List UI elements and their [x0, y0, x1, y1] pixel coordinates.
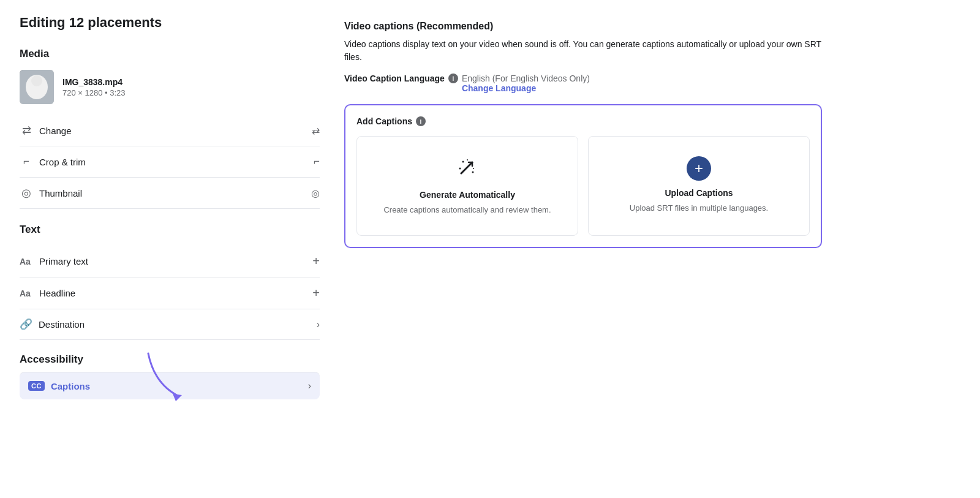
caption-lang-label: Video Caption Language [344, 74, 445, 83]
destination-link-icon: 🔗 [20, 318, 32, 331]
primary-text-add-button[interactable]: + [312, 254, 320, 268]
thumbnail-label: Thumbnail [39, 188, 82, 198]
media-row: IMG_3838.mp4 720 × 1280 • 3:23 [20, 70, 320, 104]
destination-label: Destination [39, 319, 85, 330]
text-section-title: Text [20, 224, 320, 236]
media-filename: IMG_3838.mp4 [62, 77, 126, 87]
change-language-link[interactable]: Change Language [462, 83, 590, 93]
headline-icon: Aa [20, 289, 33, 298]
headline-label: Headline [39, 288, 75, 298]
upload-captions-title: Upload Captions [665, 188, 733, 198]
video-captions-title: Video captions (Recommended) [344, 21, 960, 32]
destination-row[interactable]: 🔗 Destination › [20, 309, 320, 340]
thumbnail-action-row[interactable]: ◎ Thumbnail ◎ [20, 178, 320, 209]
accessibility-title: Accessibility [20, 353, 320, 366]
headline-label-group: Aa Headline [20, 288, 75, 298]
media-meta: 720 × 1280 • 3:23 [62, 88, 126, 97]
crop-action-row[interactable]: ⌐ Crop & trim ⌐ [20, 146, 320, 178]
svg-point-7 [473, 168, 474, 169]
captions-label: Captions [51, 381, 90, 391]
cc-badge: CC [28, 381, 45, 391]
generate-auto-desc: Create captions automatically and review… [383, 205, 551, 216]
primary-text-row[interactable]: Aa Primary text + [20, 246, 320, 277]
thumbnail-icon: ◎ [20, 186, 33, 200]
change-label: Change [39, 126, 72, 136]
change-action-left: ⇄ Change [20, 124, 72, 137]
caption-lang-info-icon[interactable]: i [448, 74, 458, 83]
upload-captions-desc: Upload SRT files in multiple languages. [630, 203, 768, 214]
media-thumbnail [20, 70, 54, 104]
caption-options: Generate Automatically Create captions a… [356, 136, 810, 236]
generate-auto-title: Generate Automatically [420, 190, 515, 200]
thumbnail-right-icon: ◎ [311, 187, 320, 199]
page-title: Editing 12 placements [20, 15, 320, 31]
svg-point-5 [472, 172, 474, 173]
change-right-icon: ⇄ [312, 125, 320, 137]
crop-action-left: ⌐ Crop & trim [20, 155, 86, 168]
add-captions-title: Add Captions [356, 116, 412, 126]
arrow-annotation: CC Captions › [20, 372, 320, 399]
lang-text-block: English (For English Videos Only) Change… [462, 74, 590, 93]
change-icon: ⇄ [20, 124, 33, 137]
text-section: Text Aa Primary text + Aa Headline + 🔗 [20, 224, 320, 340]
right-panel: Video captions (Recommended) Video capti… [344, 15, 960, 483]
media-info: IMG_3838.mp4 720 × 1280 • 3:23 [62, 77, 126, 97]
primary-text-icon: Aa [20, 257, 33, 266]
accessibility-section: Accessibility CC Captions › [20, 353, 320, 399]
captions-left: CC Captions [28, 381, 90, 391]
plus-circle-icon: + [687, 156, 711, 181]
thumbnail-action-left: ◎ Thumbnail [20, 186, 82, 200]
add-captions-info-icon[interactable]: i [416, 116, 426, 126]
add-captions-header: Add Captions i [356, 116, 810, 126]
upload-captions-card[interactable]: + Upload Captions Upload SRT files in mu… [588, 136, 810, 236]
change-action-row[interactable]: ⇄ Change ⇄ [20, 115, 320, 146]
svg-point-8 [467, 159, 468, 160]
captions-chevron: › [308, 380, 311, 391]
svg-point-4 [462, 161, 464, 163]
wand-icon [456, 156, 478, 183]
svg-point-6 [459, 168, 461, 170]
generate-automatically-card[interactable]: Generate Automatically Create captions a… [356, 136, 578, 236]
crop-icon: ⌐ [20, 155, 33, 168]
media-thumbnail-image [20, 70, 54, 104]
headline-add-button[interactable]: + [312, 286, 320, 300]
video-captions-desc: Video captions display text on your vide… [344, 38, 822, 64]
headline-row[interactable]: Aa Headline + [20, 277, 320, 309]
primary-text-label-group: Aa Primary text [20, 256, 88, 266]
primary-text-label: Primary text [39, 256, 88, 266]
svg-line-1 [461, 162, 472, 173]
crop-right-icon: ⌐ [314, 156, 320, 168]
caption-language-row: Video Caption Language i English (For En… [344, 74, 960, 93]
left-panel: Editing 12 placements Media IMG_3838.mp4… [20, 15, 320, 483]
destination-chevron: › [317, 319, 320, 330]
media-section-title: Media [20, 48, 320, 60]
page-layout: Editing 12 placements Media IMG_3838.mp4… [0, 0, 980, 498]
captions-row[interactable]: CC Captions › [20, 372, 320, 399]
add-captions-box: Add Captions i [344, 104, 822, 248]
crop-label: Crop & trim [39, 157, 86, 167]
destination-left: 🔗 Destination [20, 318, 85, 331]
lang-value: English (For English Videos Only) [462, 74, 590, 83]
